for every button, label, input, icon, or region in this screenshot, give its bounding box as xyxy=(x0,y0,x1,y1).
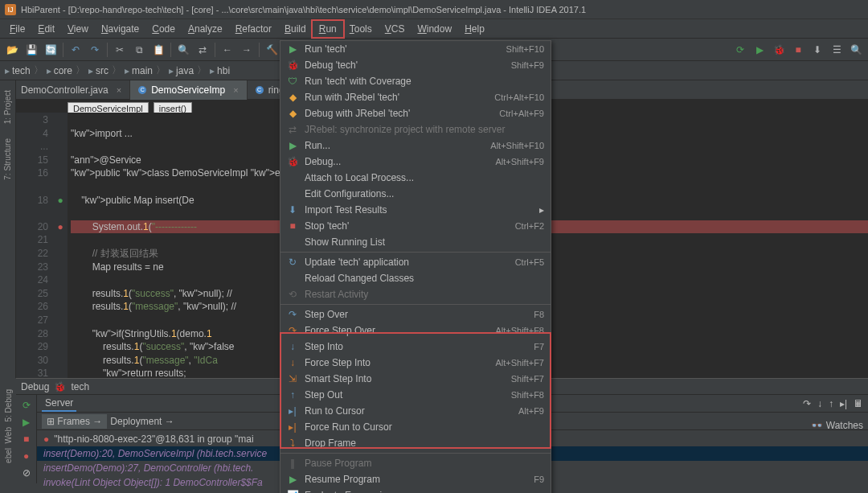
sync-icon[interactable]: 🔄 xyxy=(42,41,59,59)
menu-item[interactable]: Show Running List xyxy=(280,234,551,250)
frames-label[interactable]: ⊞ Frames → xyxy=(42,414,107,429)
project-tab[interactable]: 1: Project xyxy=(3,87,12,127)
step-over-icon[interactable]: ↷ xyxy=(803,398,811,409)
menu-item[interactable]: 📊Evaluate Expression... xyxy=(280,487,551,493)
stop-icon[interactable]: ■ xyxy=(789,41,807,59)
mute-icon[interactable]: ⊘ xyxy=(19,466,34,480)
step-into-icon[interactable]: ↓ xyxy=(817,398,822,409)
editor-tab[interactable]: CDemoServiceImp× xyxy=(130,80,247,100)
breadcrumb-item[interactable]: ▸ main xyxy=(125,65,153,76)
watches-header[interactable]: 👓 Watches xyxy=(811,420,863,431)
paste-icon[interactable]: 📋 xyxy=(149,41,167,59)
editor-tab[interactable]: CDemoController.java× xyxy=(0,80,130,100)
menu-edit[interactable]: Edit xyxy=(31,21,61,37)
web-tab[interactable]: Web xyxy=(4,427,13,443)
menu-item[interactable]: ↓Step IntoF7 xyxy=(280,339,551,355)
menu-item[interactable]: ↷Step OverF8 xyxy=(280,306,551,323)
menu-file[interactable]: File xyxy=(3,21,31,37)
window-title: HbiParent - [D:\repo-hand\repo-tech\tech… xyxy=(21,5,586,14)
menu-item[interactable]: ▸|Run to CursorAlt+F9 xyxy=(280,403,551,419)
find-icon[interactable]: 🔍 xyxy=(174,41,192,59)
menu-item[interactable]: 🐞Debug 'tech'Shift+F9 xyxy=(280,57,551,73)
line-gutter: 34...15161820212223242526272829303132333… xyxy=(16,113,53,378)
debug-title: Debug xyxy=(21,381,49,392)
menu-refactor[interactable]: Refactor xyxy=(229,21,278,37)
rerun-icon[interactable]: ⟳ xyxy=(19,398,34,412)
menu-item[interactable]: 🛡Run 'tech' with Coverage xyxy=(280,73,551,89)
run-menu[interactable]: ▶Run 'tech'Shift+F10🐞Debug 'tech'Shift+F… xyxy=(280,40,551,493)
menu-window[interactable]: Window xyxy=(411,21,458,37)
redo-icon[interactable]: ↷ xyxy=(86,41,104,59)
menu-run[interactable]: Run xyxy=(313,21,343,37)
save-icon[interactable]: 💾 xyxy=(23,41,40,59)
menu-item[interactable]: ▸|Force Run to Cursor xyxy=(280,419,551,435)
jr-icon: ◆ xyxy=(287,92,298,103)
menu-view[interactable]: View xyxy=(61,21,95,37)
breakpoints-icon[interactable]: ● xyxy=(19,450,34,463)
run-to-cursor-icon[interactable]: ▸| xyxy=(840,398,847,409)
cut-icon[interactable]: ✂ xyxy=(111,41,129,59)
menu-item[interactable]: ◆Debug with JRebel 'tech'Ctrl+Alt+F9 xyxy=(280,105,551,121)
menu-item[interactable]: ⤵Drop Frame xyxy=(280,435,551,451)
menu-item[interactable]: 🐞Debug...Alt+Shift+F9 xyxy=(280,154,551,170)
menu-item[interactable]: ↓Force Step IntoAlt+Shift+F7 xyxy=(280,355,551,371)
copy-icon[interactable]: ⧉ xyxy=(130,41,148,59)
run-icon[interactable]: ▶ xyxy=(751,41,768,59)
breadcrumb-item[interactable]: ▸ tech xyxy=(5,65,31,76)
menu-item[interactable]: ■Stop 'tech'Ctrl+F2 xyxy=(280,218,551,234)
watches-icon: 👓 xyxy=(811,420,823,431)
update-icon[interactable]: ⟳ xyxy=(731,41,749,59)
replace-icon[interactable]: ⇄ xyxy=(194,41,211,59)
resume-icon: ▶ xyxy=(287,474,298,485)
menu-item[interactable]: ⬇Import Test Results▸ xyxy=(280,202,551,218)
step-out-icon[interactable]: ↑ xyxy=(829,398,833,409)
breadcrumb-item[interactable]: ▸ core xyxy=(47,65,72,76)
step-into-icon: ↓ xyxy=(287,341,298,352)
menu-item[interactable]: Attach to Local Process... xyxy=(280,170,551,186)
search-icon[interactable]: 🔍 xyxy=(847,41,865,59)
evaluate-icon[interactable]: 🖩 xyxy=(854,398,863,409)
menu-item[interactable]: ↑Step OutShift+F8 xyxy=(280,387,551,403)
menubar[interactable]: FileEditViewNavigateCodeAnalyzeRefactorB… xyxy=(0,19,868,39)
open-icon[interactable]: 📂 xyxy=(3,41,21,59)
menu-code[interactable]: Code xyxy=(145,21,182,37)
sync-dis-icon: ⇄ xyxy=(287,124,298,135)
server-tab[interactable]: Server xyxy=(42,396,76,412)
breadcrumb-item[interactable]: ▸ java xyxy=(169,65,194,76)
menu-item[interactable]: Reload Changed Classes xyxy=(280,270,551,286)
debug-tab[interactable]: 5: Debug xyxy=(4,389,13,422)
stop-icon[interactable]: ■ xyxy=(19,432,34,446)
menu-item[interactable]: ▶Resume ProgramF9 xyxy=(280,471,551,487)
menu-item[interactable]: ↷Force Step OverAlt+Shift+F8 xyxy=(280,323,551,339)
back-icon[interactable]: ← xyxy=(219,41,236,59)
forward-icon[interactable]: → xyxy=(238,41,256,59)
menu-build[interactable]: Build xyxy=(278,21,313,37)
undo-icon[interactable]: ↶ xyxy=(67,41,84,59)
close-tab-icon[interactable]: × xyxy=(233,85,238,95)
structure-tab[interactable]: 7: Structure xyxy=(3,135,12,183)
build-icon[interactable]: 🔨 xyxy=(263,41,280,59)
menu-item[interactable]: ⇲Smart Step IntoShift+F7 xyxy=(280,371,551,387)
resume-icon[interactable]: ▶ xyxy=(19,415,34,429)
vcs-icon[interactable]: ⬇ xyxy=(809,41,826,59)
debug-icon[interactable]: 🐞 xyxy=(770,41,788,59)
menu-navigate[interactable]: Navigate xyxy=(95,21,145,37)
close-tab-icon[interactable]: × xyxy=(117,85,121,95)
menu-item[interactable]: ▶Run...Alt+Shift+F10 xyxy=(280,138,551,154)
breadcrumb-item[interactable]: ▸ hbi xyxy=(210,65,230,76)
menu-tools[interactable]: Tools xyxy=(343,21,379,37)
menu-item[interactable]: ◆Run with JRebel 'tech'Ctrl+Alt+F10 xyxy=(280,89,551,105)
menu-help[interactable]: Help xyxy=(458,21,491,37)
menu-item: ⇄JRebel: synchronize project with remote… xyxy=(280,121,551,138)
jr-bug-icon: ◆ xyxy=(287,108,298,119)
structure-icon[interactable]: ☰ xyxy=(828,41,845,59)
menu-vcs[interactable]: VCS xyxy=(379,21,411,37)
menu-item[interactable]: Edit Configurations... xyxy=(280,186,551,202)
breadcrumb-item[interactable]: ▸ src xyxy=(88,65,108,76)
jrebel-tab[interactable]: ebel xyxy=(4,448,13,463)
menu-item[interactable]: ▶Run 'tech'Shift+F10 xyxy=(280,41,551,57)
stop-icon: ■ xyxy=(287,220,298,232)
deploy-label[interactable]: Deployment → xyxy=(110,416,174,427)
menu-analyze[interactable]: Analyze xyxy=(182,21,229,37)
menu-item[interactable]: ↻Update 'tech' applicationCtrl+F5 xyxy=(280,254,551,270)
